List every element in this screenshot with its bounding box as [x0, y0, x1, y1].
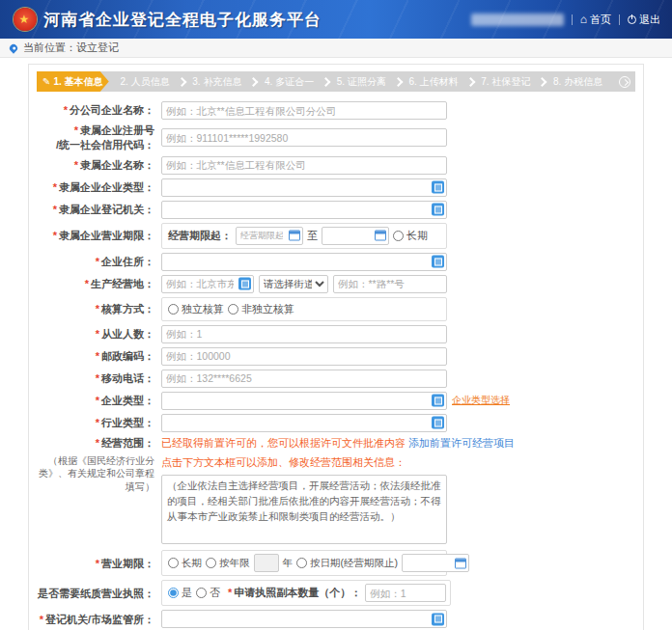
parent-registration-authority-input[interactable] [161, 201, 447, 219]
term-start-label: 经营期限起： [168, 229, 232, 243]
picker-icon[interactable] [432, 181, 444, 194]
field-industry-type: *行业类型： [34, 414, 638, 432]
calendar-icon[interactable] [289, 231, 300, 241]
company-type-select-link[interactable]: 企业类型选择 [452, 394, 510, 407]
tab-personnel-info[interactable]: 2. 人员信息 [109, 71, 182, 92]
picker-icon[interactable] [432, 204, 444, 216]
term-years-input[interactable] [254, 554, 279, 572]
mobile-phone-input[interactable] [161, 370, 447, 388]
home-link-label: 首页 [590, 13, 611, 27]
biz-term-long-radio[interactable] [168, 558, 179, 568]
paper-license-no-option[interactable]: 否 [196, 586, 220, 600]
field-business-term: *营业期限： 长期 按年限 年 按日期(经营期限止) [34, 550, 638, 576]
tab-label: 3. 补充信息 [192, 75, 241, 89]
term-to-label: 至 [307, 229, 318, 243]
logout-link-label: 退出 [639, 13, 660, 27]
app-title: 河南省企业登记全程电子化服务平台 [43, 9, 322, 31]
national-emblem-logo: ★ [14, 8, 37, 31]
required-asterisk: * [96, 558, 99, 569]
paper-license-yes-radio[interactable] [168, 588, 179, 598]
biz-term-date-radio[interactable] [296, 558, 307, 568]
required-asterisk: * [53, 230, 57, 241]
field-label: 移动电话： [101, 372, 154, 384]
industry-type-input[interactable] [161, 414, 447, 432]
field-label: 是否需要纸质营业执照： [38, 588, 154, 599]
field-label: 生产经营地： [91, 278, 154, 289]
field-postcode: *邮政编码： [34, 347, 638, 366]
accounting-group: 独立核算 非独立核算 [161, 297, 447, 321]
logout-icon [628, 15, 636, 24]
nav-divider [572, 14, 573, 25]
field-company-address: *企业住所： [34, 253, 638, 271]
calendar-icon[interactable] [375, 231, 386, 241]
term-long-radio[interactable] [393, 231, 404, 241]
add-prior-permit-link[interactable]: 添加前置许可经营项目 [408, 437, 515, 449]
tab-certificate-separation[interactable]: 5. 证照分离 [325, 71, 398, 92]
parent-credit-code-input[interactable] [161, 128, 447, 147]
picker-icon[interactable] [432, 613, 444, 625]
parent-company-type-input[interactable] [161, 178, 447, 197]
tab-label: 1. 基本信息 [54, 75, 103, 89]
non-independent-accounting-option[interactable]: 非独立核算 [228, 302, 294, 316]
required-asterisk: * [96, 437, 99, 449]
logout-link[interactable]: 退出 [628, 13, 660, 27]
company-address-input[interactable] [161, 253, 447, 271]
paper-license-yes-option[interactable]: 是 [168, 586, 192, 600]
picker-icon[interactable] [432, 256, 444, 268]
required-asterisk: * [40, 614, 43, 625]
picker-icon[interactable] [432, 417, 444, 429]
independent-accounting-radio[interactable] [168, 304, 179, 315]
parent-term-group: 经营期限起： 至 长期 [161, 223, 447, 249]
independent-accounting-option[interactable]: 独立核算 [168, 302, 224, 316]
biz-term-years-radio[interactable] [206, 558, 216, 568]
field-label: 营业期限： [101, 558, 154, 569]
picker-icon[interactable] [238, 278, 251, 290]
field-label: 隶属企业企业类型： [59, 181, 154, 193]
tab-supplementary-info[interactable]: 3. 补充信息 [182, 71, 254, 92]
picker-icon[interactable] [432, 395, 444, 407]
field-label: 经营范围： [101, 437, 154, 449]
steps-overflow-button[interactable] [614, 71, 635, 92]
postcode-input[interactable] [161, 347, 447, 366]
year-unit-label: 年 [283, 557, 294, 570]
tab-label: 4. 多证合一 [265, 75, 314, 89]
tab-multi-certificate[interactable]: 4. 多证合一 [253, 71, 325, 92]
required-asterisk: * [74, 124, 78, 136]
required-asterisk: * [96, 328, 99, 340]
field-label: 邮政编码： [101, 350, 154, 362]
field-label: 企业类型： [101, 395, 154, 406]
field-label: 从业人数： [101, 328, 154, 340]
license-copies-input[interactable] [365, 584, 446, 602]
tab-social-security[interactable]: 7. 社保登记 [470, 71, 543, 92]
tab-tax-info[interactable]: 8. 办税信息 [542, 71, 614, 92]
business-scope-hint: （根据《国民经济行业分类》、有关规定和公司章程填写） [34, 454, 154, 494]
business-scope-textarea[interactable]: （企业依法自主选择经营项目，开展经营活动；依法须经批准的项目，经相关部门批准后依… [161, 475, 447, 544]
street-select[interactable]: 请选择街道 [259, 275, 328, 293]
tab-basic-info[interactable]: ✎ 1. 基本信息 [37, 71, 109, 92]
branch-company-name-input[interactable] [161, 101, 447, 120]
required-asterisk: * [96, 256, 99, 267]
employee-count-input[interactable] [161, 325, 447, 343]
required-asterisk: * [85, 278, 89, 289]
paper-license-group: 是 否 *申请执照副本数量（个）： [161, 580, 451, 606]
header-brand: ★ 河南省企业登记全程电子化服务平台 [14, 8, 322, 31]
registration-authority-input[interactable] [161, 610, 447, 628]
paper-license-no-radio[interactable] [196, 588, 207, 598]
basic-info-form: *分公司企业名称： *隶属企业注册号 /统一社会信用代码： *隶属企业名称： *… [34, 101, 638, 630]
field-label: 隶属企业注册号 [80, 124, 154, 136]
home-link[interactable]: ⌂ 首页 [580, 13, 611, 27]
calendar-icon[interactable] [455, 558, 466, 568]
term-long-option[interactable]: 长期 [393, 229, 428, 243]
term-by-date-option[interactable]: 按日期(经营期限止) [296, 557, 398, 570]
pencil-icon: ✎ [42, 76, 50, 87]
term-by-years-option[interactable]: 按年限 [206, 557, 250, 570]
parent-company-name-input[interactable] [161, 156, 447, 175]
non-independent-accounting-radio[interactable] [228, 304, 238, 315]
field-parent-company-type: *隶属企业企业类型： [34, 178, 638, 197]
tab-upload-materials[interactable]: 6. 上传材料 [398, 71, 470, 92]
operation-street-detail-input[interactable] [333, 275, 447, 293]
term-long-option[interactable]: 长期 [168, 557, 202, 570]
company-type-input[interactable] [161, 392, 447, 410]
step-progress-bar: ✎ 1. 基本信息 2. 人员信息 3. 补充信息 4. 多证合一 5. 证照分… [37, 71, 635, 92]
field-label: 隶属企业登记机关： [59, 204, 154, 215]
